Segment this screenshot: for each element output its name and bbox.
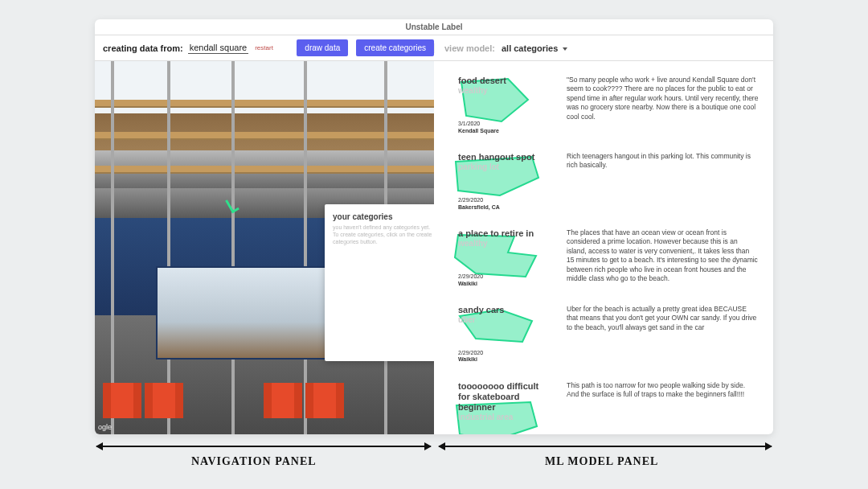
draw-data-button[interactable]: draw data — [297, 39, 348, 56]
entry-subtitle: industrial area — [458, 413, 551, 421]
view-model-label: view model: — [444, 43, 495, 53]
location-input[interactable]: kendall square — [188, 43, 249, 54]
entry-title: a place to retire in — [458, 228, 551, 239]
google-watermark: ogle — [98, 423, 112, 431]
your-categories-hint: you haven't defined any categories yet. … — [333, 224, 434, 245]
navigation-panel[interactable]: ogle your categories you haven't defined… — [95, 61, 434, 434]
model-entry[interactable]: a place to retire in wealthy 2/29/2020 W… — [458, 228, 759, 287]
model-entry[interactable]: sandy cars uber 2/29/2020 Waikiki Uber f… — [458, 305, 759, 364]
create-categories-button[interactable]: create categories — [356, 39, 434, 56]
entry-title: sandy cars — [458, 305, 551, 315]
window-title: Unstable Label — [405, 23, 462, 31]
toolbar: creating data from: kendall square resta… — [95, 35, 773, 61]
panel-annotations: NAVIGATION PANEL ML MODEL PANEL — [95, 439, 773, 479]
entry-location: Waikiki — [458, 356, 551, 363]
model-entry[interactable]: teen hangout spot parking lot 2/29/2020 … — [458, 152, 759, 211]
entry-description: "So many people who work + live around K… — [567, 76, 759, 121]
entry-subtitle: wealthy — [458, 86, 551, 95]
model-entry[interactable]: toooooooo difficult for skateboard begin… — [458, 381, 759, 434]
toolbar-right: view model: all categories — [434, 43, 765, 53]
annotation-label-right: ML MODEL PANEL — [545, 455, 658, 468]
creating-from-label: creating data from: — [103, 43, 183, 53]
view-model-value-text: all categories — [502, 43, 558, 53]
annotation-label-left: NAVIGATION PANEL — [191, 455, 317, 468]
app-window: Unstable Label creating data from: kenda… — [95, 19, 773, 434]
entry-title: food desert — [458, 76, 551, 86]
main-area: ogle your categories you haven't defined… — [95, 61, 773, 434]
entry-location: Bakersfield, CA — [458, 204, 551, 211]
entry-description: Rich teenagers hangout in this parking l… — [567, 152, 759, 171]
entry-description: Uber for the beach is actually a pretty … — [567, 305, 759, 332]
entry-title: teen hangout spot — [458, 152, 551, 162]
your-categories-card: your categories you haven't defined any … — [325, 204, 434, 361]
ml-model-panel[interactable]: food desert wealthy 3/1/2020 Kendall Squ… — [434, 61, 773, 434]
arrow-right-icon — [439, 446, 772, 447]
view-model-dropdown[interactable]: all categories — [502, 43, 567, 53]
restart-link[interactable]: restart — [255, 44, 273, 51]
entry-date: 2/29/2020 — [458, 197, 551, 203]
model-entry[interactable]: food desert wealthy 3/1/2020 Kendall Squ… — [458, 76, 759, 134]
entry-subtitle: parking lot — [458, 162, 551, 171]
entry-description: The places that have an ocean view or oc… — [567, 228, 759, 284]
entry-location: Waikiki — [458, 281, 551, 287]
your-categories-title: your categories — [333, 212, 434, 221]
title-bar: Unstable Label — [95, 19, 773, 35]
entry-subtitle: uber — [458, 315, 551, 324]
entry-subtitle: wealthy — [458, 239, 551, 248]
arrow-left-icon — [96, 446, 431, 447]
entry-title: toooooooo difficult for skateboard begin… — [458, 381, 551, 413]
entry-description: This path is too narrow for two people w… — [567, 381, 759, 400]
draw-cursor-icon — [225, 197, 240, 214]
entry-date: 2/29/2020 — [458, 350, 551, 356]
entry-date: 2/29/2020 — [458, 273, 551, 280]
chevron-down-icon — [563, 47, 567, 51]
toolbar-left: creating data from: kendall square resta… — [103, 39, 434, 56]
entry-date: 3/1/2020 — [458, 121, 551, 127]
entry-location: Kendall Square — [458, 128, 551, 134]
